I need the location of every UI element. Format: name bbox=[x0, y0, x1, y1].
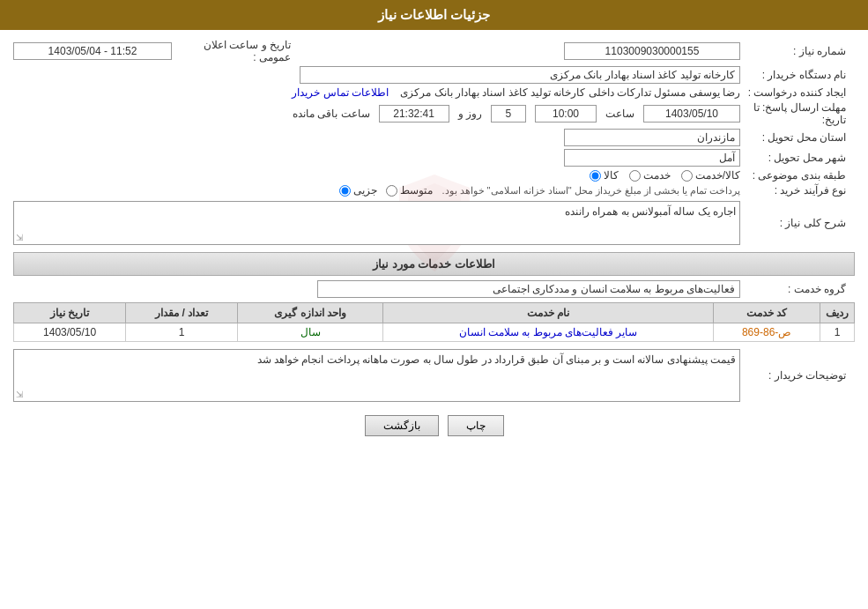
description-box: اجاره یک ساله آمبولانس به همراه راننده ⇲ bbox=[13, 201, 740, 245]
description-section: AT شرح کلی نیاز : اجاره یک ساله آمبولانس… bbox=[13, 201, 855, 245]
days-label: روز و bbox=[458, 108, 482, 120]
cell-unit: سال bbox=[238, 323, 383, 342]
creator-name: رضا یوسفی مسئول تدارکات داخلی کارخانه تو… bbox=[400, 86, 740, 99]
announce-date-value: 1403/05/04 - 11:52 bbox=[13, 42, 172, 60]
col-date: تاریخ نیاز bbox=[14, 303, 126, 323]
province-label: استان محل تحویل : bbox=[740, 131, 855, 144]
creator-value: رضا یوسفی مسئول تدارکات داخلی کارخانه تو… bbox=[13, 86, 740, 99]
service-group-value: فعالیت‌های مربوط به سلامت انسان و مددکار… bbox=[13, 280, 740, 298]
table-row: 1 ص-86-869 سایر فعالیت‌های مربوط به سلام… bbox=[14, 323, 855, 342]
category-radio-group: کالا/خدمت خدمت کالا bbox=[590, 169, 740, 182]
buyer-notes-box: قیمت پیشنهادی سالانه است و بر مبنای آن ط… bbox=[13, 349, 740, 402]
buyer-org-label: نام دستگاه خریدار : bbox=[740, 69, 855, 81]
back-button[interactable]: بازگشت bbox=[365, 415, 439, 436]
buyer-notes-value: قیمت پیشنهادی سالانه است و بر مبنای آن ط… bbox=[13, 349, 740, 402]
city-row: شهر محل تحویل : آمل bbox=[13, 149, 855, 167]
service-group-label: گروه خدمت : bbox=[740, 283, 855, 295]
buyer-notes-label: توضیحات خریدار : bbox=[740, 369, 855, 382]
time-label: ساعت bbox=[605, 108, 634, 120]
description-text: اجاره یک ساله آمبولانس به همراه راننده bbox=[565, 205, 736, 218]
cell-code: ص-86-869 bbox=[714, 323, 820, 342]
services-table-head: ردیف کد خدمت نام خدمت واحد اندازه گیری ت… bbox=[14, 303, 855, 323]
services-table-header-row: ردیف کد خدمت نام خدمت واحد اندازه گیری ت… bbox=[14, 303, 855, 323]
purchase-mottavaset-item: متوسط bbox=[386, 184, 433, 197]
category-kala-khedmat-label: کالا/خدمت bbox=[695, 169, 740, 182]
category-kala-khedmat-radio[interactable] bbox=[681, 170, 693, 182]
time-remaining-field: 21:32:41 bbox=[379, 105, 449, 123]
contact-link[interactable]: اطلاعات تماس خریدار bbox=[292, 86, 389, 99]
province-value: مازندران bbox=[13, 129, 740, 146]
services-table: ردیف کد خدمت نام خدمت واحد اندازه گیری ت… bbox=[13, 302, 855, 342]
cell-name: سایر فعالیت‌های مربوط به سلامت انسان bbox=[382, 323, 713, 342]
resize-icon: ⇲ bbox=[16, 233, 23, 242]
notes-resize-icon: ⇲ bbox=[16, 390, 23, 399]
category-khedmat-radio[interactable] bbox=[629, 170, 641, 182]
col-code: کد خدمت bbox=[714, 303, 820, 323]
creator-label: ایجاد کننده درخواست : bbox=[740, 86, 855, 99]
purchase-jozei-radio[interactable] bbox=[339, 185, 351, 197]
purchase-type-options: پرداخت تمام یا بخشی از مبلغ خریداز محل "… bbox=[13, 184, 740, 197]
purchase-note: پرداخت تمام یا بخشی از مبلغ خریداز محل "… bbox=[441, 185, 740, 197]
buyer-notes-text: قیمت پیشنهادی سالانه است و بر مبنای آن ط… bbox=[257, 353, 736, 366]
city-value: آمل bbox=[13, 149, 740, 167]
buyer-org-field: کارخانه تولید کاغذ اسناد بهادار بانک مرک… bbox=[300, 66, 740, 84]
purchase-mottavaset-label: متوسط bbox=[400, 184, 433, 197]
purchase-jozei-label: جزیی bbox=[353, 184, 377, 197]
category-row: طبقه بندی موضوعی : کالا/خدمت خدمت کالا bbox=[13, 169, 855, 182]
cell-date: 1403/05/10 bbox=[14, 323, 126, 342]
services-table-body: 1 ص-86-869 سایر فعالیت‌های مربوط به سلام… bbox=[14, 323, 855, 342]
city-field: آمل bbox=[564, 149, 740, 167]
response-time-field: 10:00 bbox=[535, 105, 597, 123]
col-name: نام خدمت bbox=[382, 303, 713, 323]
buyer-org-value: کارخانه تولید کاغذ اسناد بهادار بانک مرک… bbox=[13, 66, 740, 84]
print-button[interactable]: چاپ bbox=[448, 415, 504, 436]
response-date-row: مهلت ارسال پاسخ: تا تاریخ: 1403/05/10 سا… bbox=[13, 101, 855, 126]
col-unit: واحد اندازه گیری bbox=[238, 303, 383, 323]
buyer-notes-row: توضیحات خریدار : قیمت پیشنهادی سالانه اس… bbox=[13, 349, 855, 402]
category-kala-khedmat-item: کالا/خدمت bbox=[681, 169, 740, 182]
description-row: شرح کلی نیاز : اجاره یک ساله آمبولانس به… bbox=[13, 201, 855, 245]
remaining-label: ساعت باقی مانده bbox=[293, 108, 370, 120]
col-count: تعداد / مقدار bbox=[126, 303, 238, 323]
col-row: ردیف bbox=[820, 303, 855, 323]
response-date-fields: 1403/05/10 ساعت 10:00 5 روز و 21:32:41 س… bbox=[13, 105, 740, 123]
province-row: استان محل تحویل : مازندران bbox=[13, 129, 855, 146]
category-khedmat-item: خدمت bbox=[629, 169, 671, 182]
category-khedmat-label: خدمت bbox=[643, 169, 671, 182]
response-date-label: مهلت ارسال پاسخ: تا تاریخ: bbox=[740, 101, 855, 126]
response-days-field: 5 bbox=[491, 105, 526, 123]
page-header: جزئیات اطلاعات نیاز bbox=[0, 0, 868, 30]
purchase-mottavaset-radio[interactable] bbox=[386, 185, 397, 197]
purchase-type-label: نوع فرآیند خرید : bbox=[740, 184, 855, 197]
description-label: شرح کلی نیاز : bbox=[740, 217, 855, 229]
creator-row: ایجاد کننده درخواست : رضا یوسفی مسئول تد… bbox=[13, 86, 855, 99]
purchase-type-row: نوع فرآیند خرید : پرداخت تمام یا بخشی از… bbox=[13, 184, 855, 197]
province-field: مازندران bbox=[564, 129, 740, 146]
need-number-value: 1103009030000155 bbox=[295, 42, 740, 60]
category-kala-item: کالا bbox=[590, 169, 619, 182]
main-content: شماره نیاز : 1103009030000155 تاریخ و سا… bbox=[0, 30, 868, 458]
purchase-type-radio-group: پرداخت تمام یا بخشی از مبلغ خریداز محل "… bbox=[13, 184, 740, 197]
need-number-label: شماره نیاز : bbox=[740, 45, 855, 57]
button-row: چاپ بازگشت bbox=[13, 415, 855, 436]
category-kala-radio[interactable] bbox=[590, 170, 601, 182]
announce-date-field: 1403/05/04 - 11:52 bbox=[13, 42, 172, 60]
city-label: شهر محل تحویل : bbox=[740, 152, 855, 164]
category-options: کالا/خدمت خدمت کالا bbox=[13, 169, 740, 182]
purchase-jozei-item: جزیی bbox=[339, 184, 377, 197]
need-number-row: شماره نیاز : 1103009030000155 تاریخ و سا… bbox=[13, 39, 855, 63]
category-label: طبقه بندی موضوعی : bbox=[740, 169, 855, 182]
service-group-field: فعالیت‌های مربوط به سلامت انسان و مددکار… bbox=[317, 280, 740, 298]
response-date-field: 1403/05/10 bbox=[643, 105, 740, 123]
cell-count: 1 bbox=[126, 323, 238, 342]
page-wrapper: جزئیات اطلاعات نیاز شماره نیاز : 1103009… bbox=[0, 0, 868, 609]
description-value: اجاره یک ساله آمبولانس به همراه راننده ⇲ bbox=[13, 201, 740, 245]
announce-date-label: تاریخ و ساعت اعلان عمومی : bbox=[172, 39, 295, 63]
page-title: جزئیات اطلاعات نیاز bbox=[378, 7, 490, 22]
buyer-org-row: نام دستگاه خریدار : کارخانه تولید کاغذ ا… bbox=[13, 66, 855, 84]
need-number-field: 1103009030000155 bbox=[564, 42, 740, 60]
cell-row: 1 bbox=[820, 323, 855, 342]
service-group-row: گروه خدمت : فعالیت‌های مربوط به سلامت ان… bbox=[13, 280, 855, 298]
services-section-header: اطلاعات خدمات مورد نیاز bbox=[13, 252, 855, 276]
category-kala-label: کالا bbox=[604, 169, 619, 182]
